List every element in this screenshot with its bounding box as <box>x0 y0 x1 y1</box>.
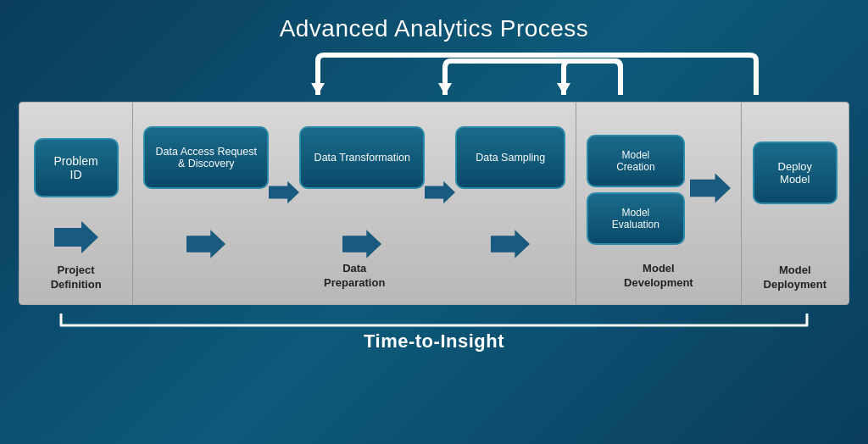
page-title: Advanced Analytics Process <box>280 15 589 42</box>
svg-marker-5 <box>269 181 299 203</box>
process-arrow-2 <box>186 230 225 262</box>
model-evaluation-box: ModelEvaluation <box>587 192 684 245</box>
svg-marker-9 <box>690 174 731 203</box>
phase-project-definition: ProblemID ProjectDefinition <box>19 103 133 304</box>
phase-label-data-preparation: DataPreparation <box>140 262 569 291</box>
data-sampling-box: Data Sampling <box>455 126 565 189</box>
data-transformation-box: Data Transformation <box>299 126 425 189</box>
time-to-insight-label: Time-to-Insight <box>364 330 504 352</box>
svg-marker-2 <box>557 83 570 95</box>
svg-marker-6 <box>342 230 381 258</box>
bottom-section: Time-to-Insight <box>19 310 849 352</box>
phase-label-model-development: ModelDevelopment <box>583 262 733 291</box>
inter-arrow-2 <box>425 178 455 210</box>
bracket-svg <box>44 310 824 329</box>
phase-label-project-definition: ProjectDefinition <box>51 264 102 292</box>
problem-id-box: ProblemID <box>34 138 119 197</box>
inter-arrow-1 <box>269 178 299 210</box>
svg-marker-0 <box>311 83 325 95</box>
process-arrow-5 <box>690 172 731 208</box>
phase-label-model-deployment: ModelDeployment <box>764 264 826 292</box>
phase-model-deployment: DeployModel ModelDeployment <box>742 103 849 304</box>
svg-marker-8 <box>491 230 530 258</box>
process-arrow-4 <box>491 230 530 262</box>
phase-data-preparation: Data Access Request& Discovery Data Tran… <box>133 103 576 304</box>
svg-marker-4 <box>186 230 225 258</box>
process-container: ProblemID ProjectDefinition Data Access … <box>19 102 849 305</box>
process-arrow-3 <box>342 230 381 262</box>
data-access-box: Data Access Request& Discovery <box>143 126 269 189</box>
svg-marker-3 <box>54 221 98 253</box>
svg-marker-1 <box>438 83 452 95</box>
process-arrow-1 <box>54 221 98 257</box>
deploy-model-box: DeployModel <box>753 142 837 204</box>
phase-model-development: ModelCreation ModelEvaluation ModelDevel… <box>576 103 741 304</box>
feedback-arrows <box>61 51 807 102</box>
svg-marker-7 <box>425 181 455 203</box>
model-creation-box: ModelCreation <box>587 135 684 187</box>
